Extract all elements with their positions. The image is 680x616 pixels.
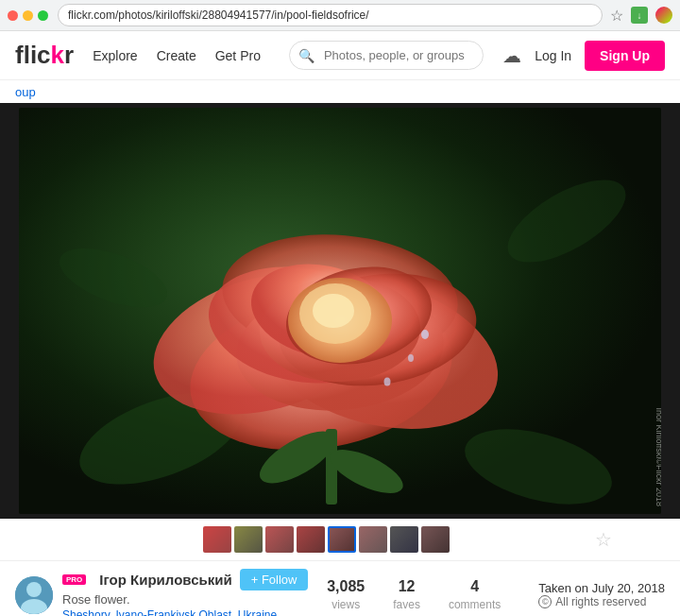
minimize-button[interactable] (23, 10, 33, 21)
user-name: Ігор Кириловський (99, 572, 231, 588)
thumbnail-row: ☆ (0, 526, 680, 553)
breadcrumb: oup (0, 80, 680, 103)
comments-value: 4 (449, 578, 501, 595)
thumbnail-8[interactable] (421, 526, 450, 553)
thumbs-wrapper (57, 526, 595, 553)
thumbnail-5[interactable] (328, 526, 356, 553)
stat-comments: 4 comments (449, 578, 501, 612)
star-icon[interactable]: ☆ (610, 7, 623, 25)
follow-button[interactable]: + Follow (240, 569, 309, 590)
rights-reserved: © All rights reserved (538, 595, 665, 608)
browser-dots (8, 10, 48, 21)
comments-label: comments (449, 598, 501, 611)
stat-faves: 12 faves (393, 578, 420, 612)
taken-section: Taken on July 20, 2018 © All rights rese… (538, 581, 665, 608)
thumbnail-4[interactable] (297, 526, 325, 553)
user-name-row: PRO Ігор Кириловський + Follow (62, 569, 308, 590)
rights-text: All rights reserved (555, 595, 646, 608)
maximize-button[interactable] (38, 10, 48, 21)
favorite-icon[interactable]: ☆ (595, 528, 612, 551)
svg-point-22 (408, 354, 414, 362)
user-avatar (15, 576, 53, 614)
browser-chrome: flickr.com/photos/kiriloffski/2880494157… (0, 0, 680, 31)
faves-label: faves (393, 598, 420, 611)
photo-title: Rose flower. (62, 592, 308, 607)
thumbnail-6[interactable] (359, 526, 387, 553)
svg-point-25 (26, 582, 42, 597)
svg-point-17 (313, 294, 354, 328)
pro-badge: PRO (62, 574, 86, 585)
user-info: PRO Ігор Кириловський + Follow Rose flow… (62, 569, 308, 617)
extension-download[interactable]: ↓ (631, 7, 648, 24)
breadcrumb-text[interactable]: oup (15, 85, 36, 99)
nav-get-pro[interactable]: Get Pro (215, 48, 261, 63)
login-button[interactable]: Log In (535, 48, 571, 63)
browser-actions: ☆ ↓ (610, 7, 672, 25)
copyright-icon: © (538, 595, 552, 608)
stats-section: 3,085 views 12 faves 4 comments (327, 578, 501, 612)
search-input[interactable] (289, 41, 484, 70)
flickr-logo[interactable]: flickr (15, 41, 74, 70)
svg-point-21 (421, 330, 429, 339)
address-url: flickr.com/photos/kiriloffski/2880494157… (68, 9, 592, 22)
nav-explore[interactable]: Explore (93, 48, 137, 63)
thumbnail-1[interactable] (203, 526, 231, 553)
flickr-navbar: flickr Explore Create Get Pro 🔍 ☁ Log In… (0, 31, 680, 80)
photo-container: Ihor Kiriloffski©Flickr 2018 (0, 103, 680, 519)
photo-location[interactable]: Sheshory, Ivano-Frankivsk Oblast, Ukrain… (62, 608, 308, 617)
signup-button[interactable]: Sign Up (585, 41, 665, 71)
thumbnail-3[interactable] (265, 526, 294, 553)
svg-point-23 (384, 378, 391, 386)
taken-date: Taken on July 20, 2018 (538, 581, 665, 595)
extension-avatar (655, 7, 672, 24)
stat-views: 3,085 views (327, 578, 365, 612)
photo-watermark: Ihor Kiriloffski©Flickr 2018 (654, 408, 661, 507)
search-bar: 🔍 (289, 41, 484, 70)
rose-svg (19, 108, 661, 514)
nav-right: ☁ Log In Sign Up (502, 41, 665, 71)
thumbnail-2[interactable] (234, 526, 263, 553)
nav-create[interactable]: Create (157, 48, 196, 63)
rose-photo: Ihor Kiriloffski©Flickr 2018 (19, 108, 661, 514)
views-value: 3,085 (327, 578, 365, 595)
close-button[interactable] (8, 10, 18, 21)
upload-icon[interactable]: ☁ (502, 44, 521, 67)
browser-titlebar: flickr.com/photos/kiriloffski/2880494157… (0, 0, 680, 30)
thumbnail-strip: ☆ (0, 519, 680, 560)
search-icon: 🔍 (298, 48, 314, 63)
address-bar[interactable]: flickr.com/photos/kiriloffski/2880494157… (58, 4, 603, 26)
faves-value: 12 (393, 578, 420, 595)
thumbnail-7[interactable] (390, 526, 418, 553)
info-bar: PRO Ігор Кириловський + Follow Rose flow… (0, 560, 680, 616)
views-label: views (332, 598, 360, 611)
